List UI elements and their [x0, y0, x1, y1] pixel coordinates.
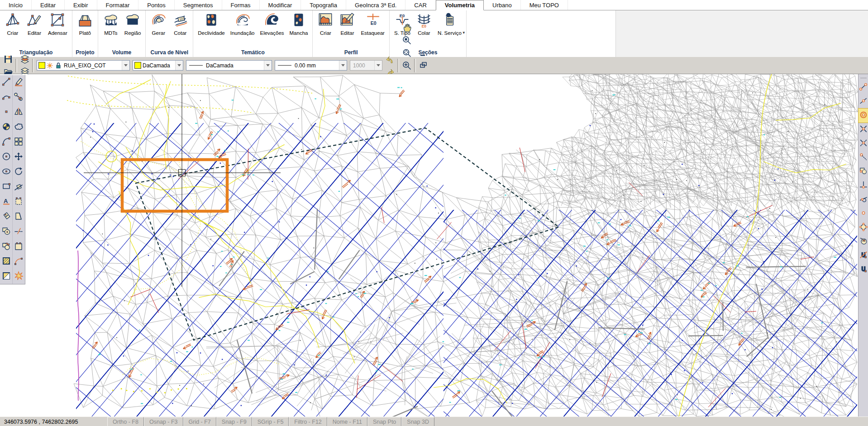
ribbon-button-criar[interactable]: Criar: [2, 11, 24, 36]
toggle-filtro-f12[interactable]: Filtro - F12: [289, 417, 327, 426]
drawing-canvas[interactable]: A: [0, 74, 868, 417]
tab-formas[interactable]: Formas: [222, 0, 260, 10]
ribbon-button-colar[interactable]: E0Colar: [413, 11, 435, 36]
zoom-dynamic-button[interactable]: [401, 47, 413, 59]
toggle-snap-f9[interactable]: Snap - F9: [216, 417, 252, 426]
tool-move-button[interactable]: [12, 150, 24, 165]
tool-rectangle-button[interactable]: [0, 180, 13, 194]
snap-apparent-button[interactable]: [858, 137, 868, 151]
snap-magnet-on-button[interactable]: [858, 263, 868, 277]
tab-modificar[interactable]: Modificar: [260, 0, 301, 10]
snap-midpoint-button[interactable]: [858, 95, 868, 109]
snap-magnet-off-button[interactable]: [858, 249, 868, 263]
ribbon-button-plato[interactable]: Platô: [74, 11, 96, 36]
tool-label-tag-button[interactable]: [0, 209, 13, 224]
tool-paste-special-button[interactable]: [12, 194, 24, 209]
tab-inicio[interactable]: Início: [0, 0, 32, 10]
chevron-down-icon[interactable]: [122, 61, 129, 70]
tool-position-target-button[interactable]: [0, 120, 13, 135]
ribbon-button-editar[interactable]: Editar: [24, 11, 45, 36]
tab-editar[interactable]: Editar: [32, 0, 65, 10]
snap-tangent-button[interactable]: [858, 193, 868, 207]
tool-hatch-fill-button[interactable]: [0, 254, 13, 269]
save-button[interactable]: [2, 53, 14, 66]
toggle-snap-3d[interactable]: Snap 3D: [401, 417, 434, 426]
tool-arc-button[interactable]: [0, 135, 13, 150]
tool-hatch-corner-button[interactable]: [0, 269, 13, 284]
ribbon-button-mancha[interactable]: Mancha: [287, 11, 311, 36]
chevron-down-icon[interactable]: [264, 61, 272, 70]
toggle-ortho-f8[interactable]: Ortho - F8: [107, 417, 144, 426]
tab-exibir[interactable]: Exibir: [65, 0, 97, 10]
snap-center-button[interactable]: [858, 109, 868, 123]
tab-pontos[interactable]: Pontos: [138, 0, 174, 10]
tool-taper-button[interactable]: [12, 209, 24, 224]
layer-lock-icon[interactable]: [54, 61, 62, 70]
pan-button[interactable]: [401, 21, 413, 34]
tab-formatar[interactable]: Formatar: [97, 0, 139, 10]
snap-endpoint-button[interactable]: [858, 80, 868, 95]
restore-button[interactable]: [417, 59, 429, 72]
tool-point-button[interactable]: [0, 105, 13, 120]
tab-geoincra-3-ed[interactable]: GeoIncra 3ª Ed.: [346, 0, 405, 10]
tab-car[interactable]: CAR: [405, 0, 435, 10]
tool-align-rotate-button[interactable]: [12, 180, 24, 194]
tool-mirror-button[interactable]: [12, 105, 24, 120]
tool-combine-copy-button[interactable]: [0, 239, 13, 254]
tab-volumetria[interactable]: Volumetria: [436, 0, 484, 10]
tool-circle-button[interactable]: [0, 150, 13, 165]
layer-visibility-sun-icon[interactable]: [45, 61, 54, 70]
toggle-sgrip-f5[interactable]: SGrip - F5: [252, 417, 289, 426]
tool-edit-pencil-button[interactable]: [12, 75, 24, 90]
linetype-combo[interactable]: DaCamada: [186, 60, 272, 71]
tool-sequence-arrow-button[interactable]: [12, 90, 24, 105]
snap-quadrant-button[interactable]: [858, 221, 868, 235]
snap-insert-button[interactable]: [858, 165, 868, 179]
tool-text-button[interactable]: A: [0, 194, 13, 209]
section-dropdown-icon[interactable]: ▾: [463, 30, 465, 35]
toggle-nome-f11[interactable]: Nome - F11: [327, 417, 367, 426]
toggle-grid-f7[interactable]: Grid - F7: [183, 417, 216, 426]
ribbon-button-n-servico[interactable]: N. Serviço: [435, 11, 464, 36]
color-combo[interactable]: DaCamada: [133, 60, 183, 71]
snap-perpendicular-button[interactable]: [858, 179, 868, 193]
undo-button[interactable]: [384, 53, 396, 66]
ribbon-button-criar[interactable]: Criar: [315, 11, 336, 36]
snap-node-button[interactable]: [858, 207, 868, 221]
ribbon-button-declividade[interactable]: Declividade: [195, 11, 227, 36]
tab-urbano[interactable]: Urbano: [484, 0, 521, 10]
tool-ellipse-button[interactable]: [0, 165, 13, 180]
ribbon-button-adensar[interactable]: Adensar: [45, 11, 70, 36]
tool-explode-star-button[interactable]: [12, 269, 24, 284]
zoom-in-button[interactable]: [401, 59, 413, 72]
tool-line-button[interactable]: [0, 75, 13, 90]
ribbon-button-regiao[interactable]: Região: [122, 11, 143, 36]
cad-drawing[interactable]: [0, 74, 858, 417]
zoom-window-button[interactable]: [401, 34, 413, 47]
tab-meu-topo[interactable]: Meu TOPO: [521, 0, 568, 10]
tool-fillet-button[interactable]: [12, 254, 24, 269]
ribbon-button-editar[interactable]: Editar: [336, 11, 358, 36]
tool-rotate-button[interactable]: [12, 165, 24, 180]
ribbon-button-inundacao[interactable]: Inundação: [228, 11, 258, 36]
ribbon-button-elevacoes[interactable]: Elevações: [257, 11, 286, 36]
snap-intersection-button[interactable]: [858, 123, 868, 137]
chevron-down-icon[interactable]: [339, 61, 347, 70]
lineweight-combo[interactable]: 0.00 mm: [275, 60, 347, 71]
layer-combo[interactable]: RUA_EIXO_COT: [37, 60, 130, 71]
chevron-down-icon[interactable]: [175, 61, 183, 70]
tool-note-square-button[interactable]: [12, 239, 24, 254]
minimize-button[interactable]: [417, 47, 429, 59]
snap-point-button[interactable]: [858, 151, 868, 165]
layers-front-button[interactable]: [19, 53, 31, 66]
toggle-snap-pto[interactable]: Snap Pto: [367, 417, 401, 426]
snap-nearest-button[interactable]: [858, 235, 868, 249]
tab-segmentos[interactable]: Segmentos: [175, 0, 222, 10]
tool-array-grid-button[interactable]: [12, 135, 24, 150]
tool-revision-cloud-button[interactable]: [12, 120, 24, 135]
tool-break-line-button[interactable]: [12, 224, 24, 239]
tab-topografia[interactable]: Topografia: [301, 0, 346, 10]
ribbon-button-mdts[interactable]: MDTs: [100, 11, 122, 36]
ribbon-button-gerar[interactable]: Gerar: [148, 11, 169, 36]
ribbon-button-estaquear[interactable]: E0Estaquear: [358, 11, 387, 36]
